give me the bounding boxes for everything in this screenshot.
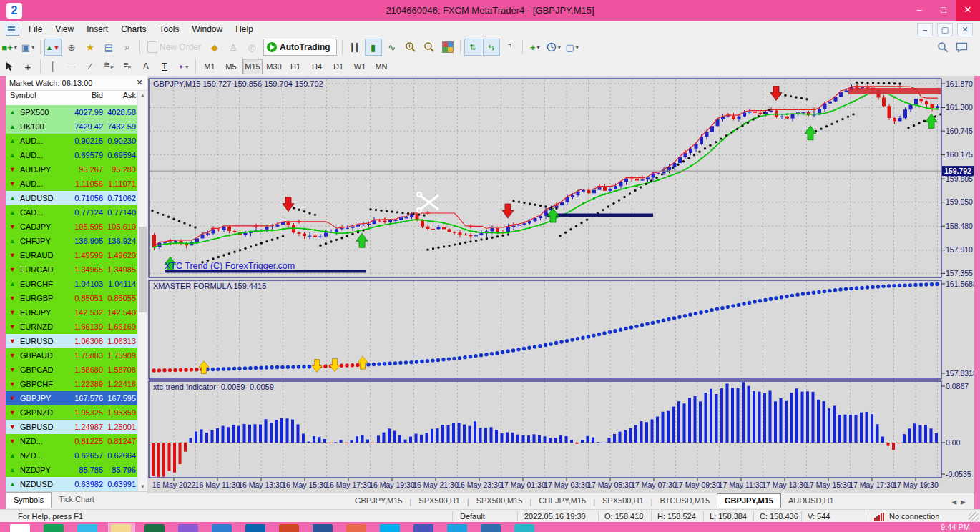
taskbar-icon-calculator[interactable]	[481, 524, 501, 532]
menu-item-insert[interactable]: Insert	[80, 21, 114, 37]
market-watch-row[interactable]: ▼EURJPY142.532142.540	[6, 305, 138, 320]
market-watch-row[interactable]: ▼GBPUSD1.249871.25001	[6, 420, 138, 434]
zoom-in-button[interactable]	[402, 39, 419, 56]
period-button-m15[interactable]: M15	[242, 59, 263, 74]
close-button[interactable]: ✕	[956, 0, 980, 21]
periods-dropdown-button[interactable]: ▾	[545, 39, 562, 56]
chart-shift-button[interactable]: ⇆	[483, 39, 500, 56]
taskbar-icon-browser[interactable]	[514, 524, 534, 532]
taskbar-icon-edge[interactable]	[447, 524, 467, 532]
market-watch-row[interactable]: ▲CAD...0.771240.77140	[6, 205, 138, 220]
market-watch-row[interactable]: ▼GBPCAD1.586801.58708	[6, 363, 138, 377]
market-watch-row[interactable]: ▼GBPCHF1.223891.22416	[6, 377, 138, 391]
market-watch-row[interactable]: ▼GBPNZD1.953251.95359	[6, 405, 138, 420]
chart-tab-chfjpy-m15[interactable]: CHFJPY,M15	[531, 494, 593, 508]
period-button-h4[interactable]: H4	[307, 59, 327, 74]
scrollbar-thumb[interactable]	[139, 227, 147, 312]
menu-item-file[interactable]: File	[22, 21, 49, 37]
line-chart-button[interactable]: ∿	[383, 39, 401, 56]
chart-tab-gbpjpy-m15[interactable]: GBPJPY,M15	[348, 494, 409, 508]
scroll-down-icon[interactable]: ▼	[138, 482, 147, 491]
terminal-button[interactable]: ▤	[100, 39, 117, 56]
strategy-tester-button[interactable]: ⌕	[119, 39, 136, 56]
auto-scroll-button[interactable]: ⇅	[464, 39, 481, 56]
chart-tab-spx500-h1[interactable]: SPX500,H1	[595, 494, 650, 508]
minimize-button[interactable]: –	[907, 0, 931, 21]
new-order-button[interactable]: New Order	[144, 39, 205, 56]
text-label-button[interactable]: T	[156, 58, 173, 75]
taskbar-icon-onenote[interactable]	[178, 524, 198, 532]
market-watch-row[interactable]: ▼GBPAUD1.758831.75909	[6, 348, 138, 363]
scroll-up-icon[interactable]: ▲	[138, 91, 147, 100]
market-watch-row[interactable]: ▲SPX5004027.994028.58	[6, 105, 138, 119]
fibonacci-button[interactable]: ≡F	[119, 58, 136, 75]
market-watch-row[interactable]: ▲EURCHF1.041031.04114	[6, 277, 138, 291]
taskbar-icon-outlook[interactable]	[245, 524, 265, 532]
period-button-m1[interactable]: M1	[200, 59, 220, 74]
trendline-button[interactable]: ∕	[82, 58, 99, 75]
taskbar-icon-file-explorer[interactable]	[111, 524, 131, 532]
menu-item-tools[interactable]: Tools	[153, 21, 186, 37]
data-window-button[interactable]: ⊕	[63, 39, 80, 56]
horizontal-line-button[interactable]: ─	[63, 58, 80, 75]
market-watch-row[interactable]: ▲NZDJPY85.78585.796	[6, 463, 138, 477]
menu-item-window[interactable]: Window	[186, 21, 230, 37]
market-watch-scrollbar[interactable]: ▲ ▼	[137, 91, 147, 491]
gbpjpy-chart[interactable]: XTC Trend (C) ForexTrigger.comGBPJPY,M15…	[147, 76, 974, 493]
market-watch-close-icon[interactable]: ✕	[134, 78, 144, 88]
market-watch-row[interactable]: ▼AUDJPY95.26795.280	[6, 162, 138, 177]
market-watch-row[interactable]: ▼CADJPY105.595105.610	[6, 220, 138, 234]
period-button-w1[interactable]: W1	[350, 59, 370, 74]
taskbar-icon-photos[interactable]	[212, 524, 232, 532]
autotrading-button[interactable]: AutoTrading	[263, 39, 337, 56]
maximize-button[interactable]: □	[931, 0, 956, 21]
market-watch-row[interactable]: ▲AUD...0.902150.90230	[6, 134, 138, 148]
indicators-button[interactable]: +▾	[526, 39, 544, 56]
taskbar-icon-word[interactable]	[313, 524, 333, 532]
sounds-button[interactable]: ◎	[243, 39, 260, 56]
taskbar-icon-powerpoint[interactable]	[279, 524, 299, 532]
menu-item-charts[interactable]: Charts	[114, 21, 152, 37]
market-watch-row[interactable]: ▲NZD...0.626570.62664	[6, 448, 138, 463]
menu-item-view[interactable]: View	[49, 21, 80, 37]
market-watch-toggle[interactable]: ▲▼	[44, 39, 62, 56]
child-close-icon[interactable]: ✕	[957, 23, 973, 36]
candlestick-button[interactable]: ▮	[365, 39, 382, 56]
experts-button[interactable]: ♙	[225, 39, 242, 56]
period-button-mn[interactable]: MN	[371, 59, 391, 74]
resize-grip[interactable]	[969, 512, 979, 522]
market-watch-tab-tick-chart[interactable]: Tick Chart	[52, 492, 102, 507]
chart-tab-spx500-h1[interactable]: SPX500,H1	[411, 494, 466, 508]
market-watch-row[interactable]: ▼EURGBP0.850510.85055	[6, 291, 138, 305]
market-watch-row[interactable]: ▲UK1007429.427432.59	[6, 119, 138, 134]
equidistant-channel-button[interactable]: ≋E	[100, 58, 117, 75]
market-watch-row[interactable]: ▼EURNZD1.661391.66169	[6, 320, 138, 334]
search-icon[interactable]	[934, 39, 951, 56]
profiles-button[interactable]: ▣▾	[19, 39, 36, 56]
taskbar-icon-start[interactable]	[10, 524, 30, 532]
market-watch-row[interactable]: ▲AUDUSD0.710560.71062	[6, 191, 138, 205]
period-button-h1[interactable]: H1	[285, 59, 305, 74]
taskbar-icon-store[interactable]	[44, 524, 64, 532]
text-button[interactable]: A	[137, 58, 155, 75]
taskbar-icon-internet-explorer[interactable]	[77, 524, 97, 532]
chart-tab-spx500-m15[interactable]: SPX500,M15	[469, 494, 530, 508]
market-watch-tab-symbols[interactable]: Symbols	[6, 492, 52, 508]
market-watch-header[interactable]: Symbol Bid Ask	[6, 91, 138, 106]
market-watch-row[interactable]: ▲CHFJPY136.905136.924	[6, 234, 138, 248]
market-watch-row[interactable]: ▼EURAUD1.495991.49620	[6, 248, 138, 262]
market-watch-row[interactable]: ▲NZDUSD0.639820.63991	[6, 477, 138, 491]
tab-scroll-icons[interactable]: ◀▶	[951, 498, 970, 506]
bar-chart-button[interactable]: ┃┃	[346, 39, 363, 56]
new-chart-button[interactable]: ■+▾	[1, 39, 18, 56]
templates-button[interactable]: ▢▾	[564, 39, 581, 56]
cursor-button[interactable]	[1, 58, 18, 75]
taskbar-icon-excel[interactable]	[144, 524, 165, 532]
market-watch-row[interactable]: ▲AUD...0.695790.69594	[6, 148, 138, 162]
market-watch-row[interactable]: ▼GBPJPY167.576167.595	[6, 391, 138, 405]
chat-icon[interactable]	[953, 39, 970, 56]
crosshair-button[interactable]: +	[19, 58, 36, 75]
market-watch-row[interactable]: ▼EURUSD1.063081.06313	[6, 334, 138, 348]
child-minimize-icon[interactable]: –	[917, 23, 933, 36]
taskbar-icon-skype[interactable]	[380, 524, 400, 532]
